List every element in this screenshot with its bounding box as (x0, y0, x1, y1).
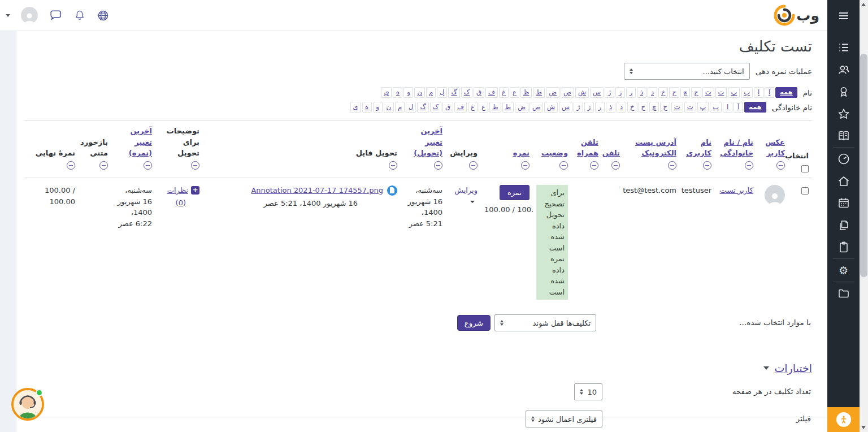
sort-column-link[interactable]: عکس کاربر (765, 138, 785, 158)
expand-comments-icon[interactable]: + (191, 186, 199, 195)
sort-column-link[interactable]: آخرین تغییر (تحویل) (414, 127, 442, 157)
firstname-letter-link[interactable]: د (648, 87, 657, 98)
lastname-letter-link[interactable]: س (559, 102, 572, 113)
hamburger-menu-icon[interactable] (837, 9, 850, 23)
lastname-letter-link[interactable]: و (373, 102, 383, 113)
firstname-letter-link[interactable]: خ (658, 87, 668, 98)
grading-action-select[interactable]: انتخاب کنید... (624, 63, 750, 80)
hide-column-icon[interactable] (521, 161, 530, 170)
lastname-letter-link[interactable]: ی (350, 102, 361, 113)
sort-column-link[interactable]: نام / نام خانوادگی (720, 138, 753, 158)
lastname-letter-link[interactable]: غ (468, 102, 478, 113)
lastname-letter-link[interactable]: ث (671, 102, 683, 113)
course-sections-list-icon[interactable] (837, 41, 850, 54)
edit-menu-link[interactable]: ویرایش (454, 186, 478, 195)
scrollbar-up-arrow[interactable] (861, 3, 866, 6)
badges-icon[interactable] (837, 85, 850, 98)
lastname-letter-link[interactable]: ر (595, 102, 605, 113)
firstname-letter-link[interactable]: ر (626, 87, 636, 98)
site-logo[interactable]: وب (774, 5, 819, 26)
firstname-letter-link[interactable]: ط (533, 87, 545, 98)
lastname-letter-link[interactable]: ح (639, 102, 648, 113)
comments-count-link[interactable]: (0) (176, 198, 186, 207)
lastname-letter-link[interactable]: چ (649, 102, 659, 113)
scrollbar-down-arrow[interactable] (861, 426, 866, 429)
comments-link[interactable]: نظرات (167, 185, 188, 196)
sort-column-link[interactable]: نام کاربری (686, 138, 711, 158)
messages-icon[interactable] (49, 8, 63, 23)
lastname-letter-link[interactable]: ش (544, 102, 558, 113)
grade-button[interactable]: نمره (500, 185, 530, 200)
scrollbar-thumb[interactable] (860, 54, 867, 277)
options-heading-link[interactable]: اختیارات (774, 362, 812, 374)
user-fullname-link[interactable]: کاربر تست (720, 186, 753, 195)
lastname-letter-link[interactable]: ت (684, 102, 696, 113)
lastname-letter-link[interactable]: ل (406, 102, 416, 113)
hide-column-icon[interactable] (590, 161, 598, 170)
firstname-letter-link[interactable]: ن (414, 87, 424, 98)
browser-scrollbar[interactable] (860, 0, 868, 432)
firstname-letter-link[interactable]: ی (381, 87, 392, 98)
firstname-letter-link[interactable]: م (426, 87, 436, 98)
go-button[interactable]: شروع (457, 315, 491, 331)
row-select-checkbox[interactable] (801, 187, 809, 195)
firstname-letter-link[interactable]: ض (546, 87, 559, 98)
firstname-letter-link[interactable]: ژ (605, 87, 614, 98)
firstname-letter-link[interactable]: ت (715, 87, 727, 98)
hide-column-icon[interactable] (559, 161, 568, 170)
firstname-letter-link[interactable]: ب (741, 87, 753, 98)
lastname-letter-link[interactable]: گ (417, 102, 428, 113)
lastname-letter-link[interactable]: ب (710, 102, 722, 113)
lastname-letter-link[interactable]: آ (734, 102, 743, 113)
collapse-caret-icon[interactable] (763, 366, 769, 370)
firstname-letter-link[interactable]: پ (728, 87, 740, 98)
accessibility-button[interactable] (827, 407, 860, 432)
firstname-letter-link[interactable]: و (403, 87, 413, 98)
firstname-letter-link[interactable]: ا (754, 87, 763, 98)
hide-column-icon[interactable] (668, 161, 676, 170)
hide-column-icon[interactable] (745, 161, 753, 170)
hide-column-icon[interactable] (191, 161, 199, 170)
firstname-letter-link[interactable]: ل (437, 87, 447, 98)
lastname-letter-link[interactable]: ض (515, 102, 528, 113)
firstname-letter-link[interactable]: ث (702, 87, 714, 98)
sort-column-link[interactable]: وضعیت (541, 149, 568, 157)
lastname-letter-link[interactable]: پ (697, 102, 709, 113)
lastname-letter-link[interactable]: ص (530, 102, 543, 113)
lastname-letter-link[interactable]: ا (723, 102, 732, 113)
lastname-letter-link[interactable]: ع (479, 102, 488, 113)
lastname-letter-link[interactable]: ط (502, 102, 514, 113)
home-icon[interactable] (837, 174, 850, 188)
hide-column-icon[interactable] (389, 161, 397, 170)
lastname-letter-link[interactable]: ز (584, 102, 594, 113)
lastname-letter-link[interactable]: ک (430, 102, 441, 113)
firstname-letter-link[interactable]: ه (393, 87, 402, 98)
filter-select[interactable]: فیلتری اعمال نشود (526, 411, 602, 427)
hide-column-icon[interactable] (434, 161, 442, 170)
firstname-letter-link[interactable]: ظ (520, 87, 532, 98)
hide-column-icon[interactable] (99, 161, 108, 170)
private-files-icon[interactable] (837, 218, 850, 232)
lastname-letter-link[interactable]: ف (454, 102, 467, 113)
lastname-letter-link[interactable]: ن (384, 102, 394, 113)
firstname-letter-link[interactable]: س (590, 87, 604, 98)
firstname-letter-link[interactable]: چ (680, 87, 690, 98)
participants-icon[interactable] (837, 63, 850, 76)
dashboard-gauge-icon[interactable] (837, 152, 850, 166)
lastname-letter-link[interactable]: ق (442, 102, 453, 113)
per-page-select[interactable]: 10 (574, 383, 602, 400)
firstname-letter-link[interactable]: ج (691, 87, 701, 98)
with-selected-select[interactable]: تکلیف‌ها قفل شوند (494, 314, 596, 331)
firstname-filter-all[interactable]: همه (775, 87, 797, 98)
submission-file-link[interactable]: Annotation 2021-07-17 174557.png (251, 185, 383, 196)
hide-column-icon[interactable] (611, 161, 620, 170)
calendar-icon[interactable] (837, 196, 850, 210)
content-bank-clipboard-icon[interactable] (837, 240, 850, 254)
hide-column-icon[interactable] (144, 161, 152, 170)
sort-column-link[interactable]: تلفن (602, 149, 620, 157)
lastname-letter-link[interactable]: د (617, 102, 626, 113)
user-avatar[interactable] (21, 7, 38, 24)
firstname-letter-link[interactable]: ش (575, 87, 589, 98)
firstname-letter-link[interactable]: ح (669, 87, 679, 98)
hide-column-icon[interactable] (703, 161, 711, 170)
